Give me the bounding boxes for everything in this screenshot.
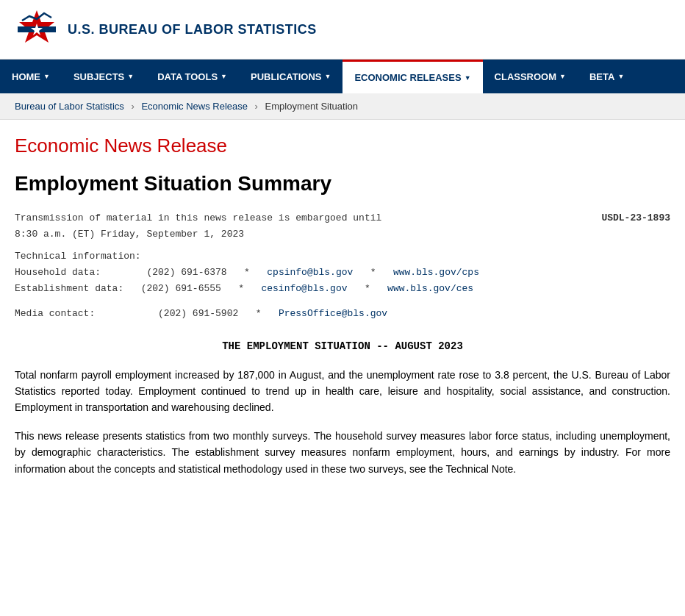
nav-publications-chevron: ▼ — [325, 73, 331, 80]
nav-home-chevron: ▼ — [43, 73, 50, 80]
household-row: Household data: (202) 691-6378 * cpsinfo… — [15, 265, 670, 281]
nav-home[interactable]: HOME ▼ — [0, 60, 62, 93]
nav-publications[interactable]: PUBLICATIONS ▼ — [239, 60, 342, 93]
media-row: Media contact: (202) 691-5902 * PressOff… — [15, 306, 670, 322]
nav-classroom[interactable]: CLASSROOM ▼ — [483, 60, 578, 93]
nav-economic-releases[interactable]: ECONOMIC RELEASES ▼ — [342, 60, 482, 93]
breadcrumb-sep-1: › — [131, 101, 134, 112]
technical-label: Technical information: — [15, 248, 670, 265]
summary-paragraph-1: Total nonfarm payroll employment increas… — [15, 367, 670, 416]
release-number: USDL-23-1893 — [601, 210, 670, 226]
media-phone: (202) 691-5902 — [158, 308, 238, 319]
bls-logo-icon — [15, 7, 59, 51]
household-web[interactable]: www.bls.gov/cps — [393, 267, 479, 278]
household-email[interactable]: cpsinfo@bls.gov — [267, 267, 353, 278]
household-label: Household data: — [15, 267, 101, 278]
establishment-phone: (202) 691-6555 — [141, 283, 221, 294]
release-meta: Transmission of material in this news re… — [15, 210, 670, 323]
agency-name: U.S. BUREAU OF LABOR STATISTICS — [68, 22, 317, 37]
establishment-row: Establishment data: (202) 691-6555 * ces… — [15, 281, 670, 297]
embargo-row: Transmission of material in this news re… — [15, 210, 670, 243]
main-nav: HOME ▼ SUBJECTS ▼ DATA TOOLS ▼ PUBLICATI… — [0, 60, 685, 93]
nav-beta[interactable]: BETA ▼ — [578, 60, 636, 93]
media-email[interactable]: PressOffice@bls.gov — [279, 308, 387, 319]
breadcrumb-sep-2: › — [255, 101, 258, 112]
embargo-time: 8:30 a.m. (ET) Friday, September 1, 2023 — [15, 226, 601, 243]
nav-classroom-chevron: ▼ — [559, 73, 566, 80]
summary-text: Total nonfarm payroll employment increas… — [15, 367, 670, 477]
media-label: Media contact: — [15, 308, 95, 319]
nav-data-tools-chevron: ▼ — [220, 73, 227, 80]
summary-paragraph-2: This news release presents statistics fr… — [15, 428, 670, 477]
household-phone: (202) 691-6378 — [146, 267, 226, 278]
nav-data-tools[interactable]: DATA TOOLS ▼ — [146, 60, 239, 93]
release-title: Employment Situation Summary — [15, 172, 670, 196]
breadcrumb-employment: Employment Situation — [265, 101, 358, 112]
nav-beta-chevron: ▼ — [617, 73, 624, 80]
nav-economic-releases-chevron: ▼ — [465, 74, 471, 82]
breadcrumb-bls[interactable]: Bureau of Labor Statistics — [15, 101, 124, 112]
main-content: Economic News Release Employment Situati… — [0, 120, 685, 518]
establishment-label: Establishment data: — [15, 283, 123, 294]
establishment-web[interactable]: www.bls.gov/ces — [387, 283, 473, 294]
technical-section: Technical information: Household data: (… — [15, 248, 670, 297]
logo-area: U.S. BUREAU OF LABOR STATISTICS — [15, 7, 317, 51]
embargo-text: Transmission of material in this news re… — [15, 210, 601, 226]
breadcrumb: Bureau of Labor Statistics › Economic Ne… — [0, 93, 685, 120]
embargo-left: Transmission of material in this news re… — [15, 210, 601, 243]
nav-subjects[interactable]: SUBJECTS ▼ — [62, 60, 146, 93]
establishment-email[interactable]: cesinfo@bls.gov — [261, 283, 347, 294]
section-title: Economic News Release — [15, 135, 670, 157]
nav-subjects-chevron: ▼ — [127, 73, 134, 80]
site-header: U.S. BUREAU OF LABOR STATISTICS — [0, 0, 685, 60]
breadcrumb-economic-news[interactable]: Economic News Release — [141, 101, 248, 112]
report-header: THE EMPLOYMENT SITUATION -- AUGUST 2023 — [15, 340, 670, 352]
